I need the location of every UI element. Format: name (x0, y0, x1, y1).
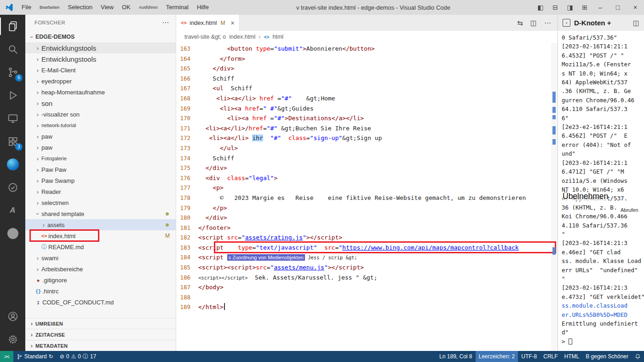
activity-testing[interactable] (0, 176, 25, 199)
tree-item[interactable]: ›Reader (25, 186, 176, 197)
tree-item[interactable]: ›assets (25, 219, 176, 230)
live-server-status[interactable]: B gegen Schöner (582, 351, 632, 362)
breadcrumb-file[interactable]: index.html (229, 34, 255, 40)
code-line[interactable]: 175 </div> (176, 163, 558, 173)
tree-item[interactable]: ›paw (25, 131, 176, 142)
menu-item[interactable]: OK (118, 0, 135, 15)
code-line[interactable]: 171 <li><a</li>/href="#" &gt;Buchen Sie … (176, 123, 558, 134)
tree-item[interactable]: ›eyedropper (25, 76, 176, 87)
activity-run-debug[interactable] (0, 84, 25, 107)
language-mode[interactable]: HTML (561, 351, 583, 362)
code-line[interactable]: 183<script type="text/javascript" src="h… (176, 243, 558, 253)
menu-item[interactable]: Hilfe (193, 0, 213, 15)
code-line[interactable]: 169 <li><a href=" #"&gt;Guides (176, 104, 558, 114)
menu-item[interactable]: Selection (64, 0, 97, 15)
menu-item[interactable]: Terminal (162, 0, 193, 15)
breadcrumb-folder[interactable]: travel-site &gt; o (184, 34, 226, 40)
menu-item[interactable]: Ausführen (135, 0, 162, 15)
code-editor[interactable]: 163 <button type="submit">Abonnieren</bu… (176, 43, 558, 351)
tree-item[interactable]: ›Entwicklungstools (25, 53, 176, 64)
code-line[interactable]: 184<script s Zuordnung von Medienobjekte… (176, 252, 558, 263)
code-line[interactable]: 166 Schiff (176, 74, 558, 84)
split-panel-icon[interactable]: ◫ (633, 19, 639, 27)
code-line[interactable]: 172 <li><a</li> ihr "#" class="sign-up"&… (176, 133, 558, 143)
section-timeline[interactable]: › ZEITACHSE (25, 329, 176, 340)
tree-item[interactable]: ›selectmen (25, 197, 176, 208)
menu-item[interactable]: File (17, 0, 35, 15)
activity-explorer[interactable] (0, 15, 25, 38)
code-line[interactable]: 180 </div> (176, 213, 558, 223)
more-actions-icon[interactable]: ⋯ (162, 18, 169, 27)
tree-item[interactable]: ›shared template (25, 208, 176, 219)
code-line[interactable]: 188 (176, 292, 558, 303)
branch-status[interactable]: Standard ↻ (13, 351, 57, 362)
remote-indicator[interactable]: >< (0, 351, 13, 362)
activity-remote-explorer[interactable] (0, 107, 25, 130)
tree-item[interactable]: ⓘREADME.md (25, 241, 176, 252)
activity-edge-tools[interactable] (0, 153, 25, 176)
customize-layout-icon[interactable]: ⊞ (578, 0, 592, 15)
code-line[interactable]: 167 <ul Schiff (176, 83, 558, 93)
code-line[interactable]: 164 </form> (176, 54, 558, 64)
tree-item[interactable]: ›Paw Paw (25, 164, 176, 175)
code-line[interactable]: 177 <p> (176, 183, 558, 193)
account-button[interactable] (0, 305, 25, 328)
tree-item[interactable]: ›EDGE-DEMOS (25, 31, 176, 42)
breadcrumb-symbol[interactable]: html (273, 34, 284, 40)
problems-status[interactable]: ⊘ 0 ⚠ 0 ⓘ 17 (57, 351, 100, 362)
minimize-button[interactable]: – (592, 0, 609, 15)
code-line[interactable]: 170 <li><a href ="#">Destinations</a></l… (176, 113, 558, 123)
close-button[interactable]: × (627, 0, 644, 15)
tree-item[interactable]: ›paw (25, 142, 176, 153)
editor-scrollbar[interactable] (551, 43, 558, 351)
open-changes-icon[interactable]: ⇆ (517, 19, 523, 27)
encoding-status[interactable]: UTF-8 (518, 351, 540, 362)
log-output[interactable]: 0 Safari/537.36"[2023-02-16T14:21:16.453… (558, 31, 644, 351)
activity-github[interactable] (0, 222, 25, 245)
menu-item[interactable]: Bearbeiten (35, 0, 64, 15)
code-line[interactable]: 186<script></script> Sek. Assets/Karusse… (176, 273, 558, 283)
tree-item[interactable]: ›-visualizer son (25, 109, 176, 120)
tree-item[interactable]: ›heap-Momentaufnahme (25, 87, 176, 98)
code-line[interactable]: 178 © 2023 Margie es Reise eine fiktive … (176, 193, 558, 203)
toggle-panel-icon[interactable]: ⊟ (548, 0, 562, 15)
tree-item[interactable]: {}.hintrc (25, 286, 176, 297)
tree-item[interactable]: <>index.htmlM (25, 230, 176, 241)
activity-azure[interactable]: A (0, 199, 25, 222)
code-line[interactable]: 174 Schiff (176, 153, 558, 163)
indentation-status[interactable]: Leerzeichen: 2 (476, 351, 518, 362)
section-metadata[interactable]: › METADATEN (25, 340, 176, 351)
code-line[interactable]: 185<script><script>src="assets/menu.js">… (176, 263, 558, 273)
maximize-button[interactable]: □ (609, 0, 627, 15)
tree-item[interactable]: ›Arbeitsbereiche (25, 263, 176, 274)
code-line[interactable]: 176 <div class="legal"> (176, 173, 558, 183)
tree-item[interactable]: ↧CODE_OF_CONDUCT.md (25, 297, 176, 308)
code-line[interactable]: 168 <li><a</li> href ="#" &gt;Home (176, 93, 558, 104)
code-line[interactable]: 189</html> (176, 302, 558, 312)
eol-status[interactable]: CRLF (540, 351, 561, 362)
split-editor-icon[interactable]: ◫ (530, 19, 537, 27)
tree-item[interactable]: ›Fotogalerie (25, 153, 176, 164)
tree-item[interactable]: ◆.gitignore (25, 274, 176, 286)
code-line[interactable]: 163 <button type="submit">Abonnieren</bu… (176, 44, 558, 54)
tree-item[interactable]: ›swami (25, 252, 176, 263)
code-line[interactable]: 181</footer> (176, 223, 558, 233)
menu-item[interactable]: View (97, 0, 118, 15)
cursor-position[interactable]: Ln 189, Col 8 (436, 351, 475, 362)
activity-search[interactable] (0, 38, 25, 61)
code-line[interactable]: 182<script src="assets/rating.js"></scri… (176, 233, 558, 243)
code-line[interactable]: 179 </p> (176, 203, 558, 213)
tree-item[interactable]: ›network-tutorial (25, 120, 176, 131)
code-line[interactable]: 165 </div> (176, 64, 558, 74)
panel-icon[interactable]: › (563, 19, 570, 27)
settings-button[interactable] (0, 328, 25, 351)
toggle-secondary-sidebar-icon[interactable]: ◨ (563, 0, 577, 15)
notifications-bell[interactable] (632, 351, 644, 362)
tree-item[interactable]: ›son (25, 98, 176, 109)
code-line[interactable]: 187</body> (176, 282, 558, 292)
section-outline[interactable]: › UMREIßEN (25, 318, 176, 329)
tab-index-html[interactable]: <> index.html M × (176, 15, 240, 31)
tab-close-icon[interactable]: × (231, 19, 235, 27)
tree-item[interactable]: ›E-Mail-Client (25, 64, 176, 76)
tree-item[interactable]: ›Paw Swamp (25, 175, 176, 186)
